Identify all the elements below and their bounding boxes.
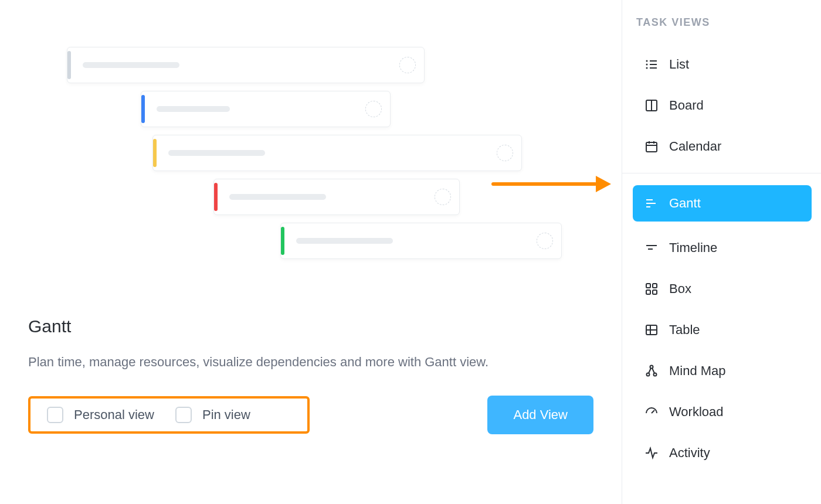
personal-view-option[interactable]: Personal view — [47, 407, 154, 423]
details-title: Gantt — [28, 316, 593, 336]
gantt-bar-color-strip — [141, 95, 145, 123]
gantt-bar-text-placeholder — [296, 238, 393, 244]
pin-view-label: Pin view — [202, 407, 250, 423]
task-views-sidebar: TASK VIEWS List Board Calendar Gantt — [622, 0, 821, 504]
box-icon — [644, 282, 659, 296]
options-highlight-group: Personal view Pin view — [28, 396, 310, 434]
view-item-table[interactable]: Table — [633, 312, 812, 348]
svg-rect-20 — [653, 290, 657, 294]
board-icon — [644, 98, 659, 113]
gantt-bar-end-circle — [497, 145, 513, 161]
gantt-bar-end-circle — [435, 189, 451, 205]
list-icon — [644, 57, 659, 71]
gantt-bar-text-placeholder — [157, 106, 230, 112]
personal-view-checkbox[interactable] — [47, 407, 63, 423]
svg-point-4 — [646, 67, 648, 69]
pin-view-option[interactable]: Pin view — [175, 407, 250, 423]
view-item-workload[interactable]: Workload — [633, 394, 812, 430]
view-item-label: Timeline — [669, 240, 717, 256]
view-item-timeline[interactable]: Timeline — [633, 230, 812, 266]
activity-icon — [644, 446, 659, 460]
view-item-label: Board — [669, 98, 704, 113]
details-description: Plan time, manage resources, visualize d… — [28, 352, 527, 372]
svg-rect-18 — [653, 284, 657, 288]
view-item-activity[interactable]: Activity — [633, 435, 812, 471]
gantt-bar-text-placeholder — [83, 62, 179, 68]
pin-view-checkbox[interactable] — [175, 407, 192, 423]
svg-line-27 — [649, 368, 651, 373]
view-item-label: Mind Map — [669, 363, 726, 379]
gantt-preview — [28, 47, 593, 281]
svg-rect-19 — [646, 290, 650, 294]
mindmap-icon — [644, 364, 659, 378]
gantt-bar-end-circle — [399, 57, 416, 73]
main-panel: Gantt Plan time, manage resources, visua… — [0, 0, 622, 504]
view-item-mindmap[interactable]: Mind Map — [633, 353, 812, 389]
gantt-bar-text-placeholder — [229, 194, 326, 200]
gantt-bar-end-circle — [365, 101, 382, 117]
view-item-calendar[interactable]: Calendar — [633, 128, 812, 165]
view-item-board[interactable]: Board — [633, 87, 812, 124]
gantt-preview-bar — [213, 179, 460, 215]
svg-rect-17 — [646, 284, 650, 288]
svg-point-0 — [646, 60, 648, 62]
workload-icon — [644, 405, 659, 419]
svg-point-2 — [646, 64, 648, 66]
view-item-label: Table — [669, 322, 700, 338]
view-item-label: Box — [669, 281, 691, 297]
gantt-icon — [644, 196, 659, 210]
view-details: Gantt Plan time, manage resources, visua… — [28, 316, 593, 372]
view-item-label: List — [669, 57, 689, 72]
view-item-label: Gantt — [669, 196, 701, 211]
view-item-label: Calendar — [669, 139, 721, 154]
view-list: List Board Calendar Gantt Timeline — [633, 46, 812, 471]
gantt-bar-color-strip — [153, 139, 157, 167]
highlight-arrow — [491, 176, 611, 192]
gantt-preview-bar — [152, 135, 522, 171]
view-item-gantt[interactable]: Gantt — [633, 185, 812, 222]
gantt-preview-bar — [67, 47, 425, 83]
gantt-bar-end-circle — [537, 233, 553, 249]
gantt-preview-bar — [280, 223, 562, 259]
separator — [622, 173, 821, 173]
gantt-preview-bar — [141, 91, 391, 127]
svg-rect-8 — [646, 142, 657, 152]
view-item-list[interactable]: List — [633, 46, 812, 83]
timeline-icon — [644, 241, 659, 255]
calendar-icon — [644, 139, 659, 154]
gantt-bar-color-strip — [67, 51, 71, 79]
table-icon — [644, 323, 659, 337]
gantt-bar-text-placeholder — [168, 150, 265, 156]
svg-line-29 — [652, 410, 654, 413]
add-view-button[interactable]: Add View — [487, 396, 593, 434]
view-item-label: Activity — [669, 445, 710, 461]
personal-view-label: Personal view — [74, 407, 154, 423]
gantt-bar-color-strip — [281, 227, 284, 255]
sidebar-heading: TASK VIEWS — [633, 16, 812, 29]
svg-line-28 — [652, 368, 654, 373]
view-item-box[interactable]: Box — [633, 271, 812, 307]
options-row: Personal view Pin view Add View — [28, 396, 593, 434]
gantt-bar-color-strip — [214, 183, 218, 211]
view-item-label: Workload — [669, 404, 724, 420]
